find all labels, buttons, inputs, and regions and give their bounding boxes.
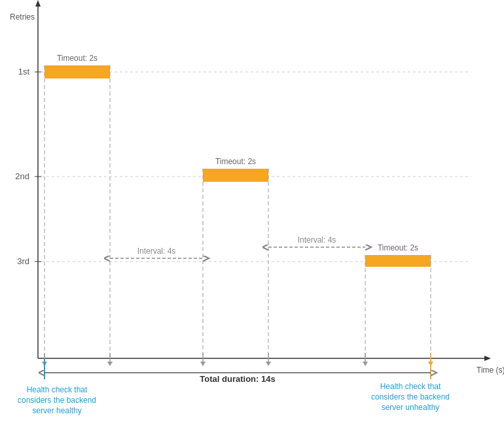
svg-marker-21	[200, 362, 206, 366]
svg-marker-3	[35, 0, 41, 7]
svg-marker-25	[363, 362, 368, 366]
unhealthy-annotation-line2: considers the backend	[371, 392, 450, 401]
interval-label-1: Interval: 4s	[137, 247, 176, 256]
timeout-bar-2	[203, 169, 268, 182]
healthy-annotation-line3: server healthy	[32, 406, 81, 415]
y-axis-label: Retries	[10, 12, 35, 22]
svg-marker-19	[107, 362, 113, 366]
healthy-annotation-line2: considers the backend	[18, 396, 96, 405]
x-axis-label: Time (s)	[477, 366, 504, 375]
svg-marker-2	[484, 356, 491, 361]
timeout-bar-3	[365, 255, 431, 267]
total-duration-label: Total duration: 14s	[200, 374, 275, 384]
retry-label-3rd: 3rd	[17, 256, 29, 266]
timeout-bar-1	[45, 65, 110, 78]
svg-marker-23	[266, 362, 271, 366]
interval-label-2: Interval: 4s	[298, 235, 336, 245]
timeout-label-3: Timeout: 2s	[378, 243, 418, 252]
chart-container: Retries Time (s) 1st 2nd 3rd Timeout: 2s…	[0, 0, 504, 427]
timeout-label-2: Timeout: 2s	[215, 157, 256, 166]
healthy-annotation-line1: Health check that	[27, 385, 88, 394]
timeout-label-1: Timeout: 2s	[57, 54, 98, 63]
unhealthy-annotation-line1: Health check that	[380, 382, 441, 391]
retry-label-2nd: 2nd	[15, 171, 29, 181]
retry-label-1st: 1st	[18, 67, 30, 77]
unhealthy-annotation-line3: server unhealthy	[382, 403, 440, 412]
